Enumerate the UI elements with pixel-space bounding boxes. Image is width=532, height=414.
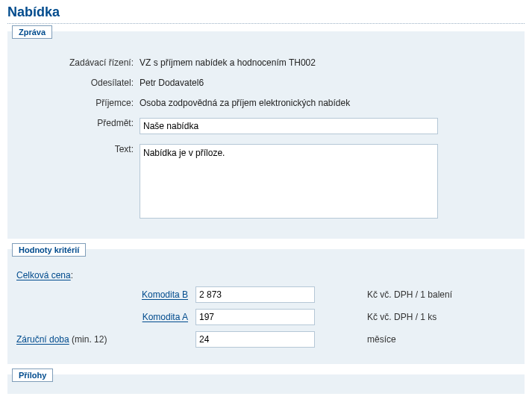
criteria-tab: Hodnoty kritérií [12,243,86,257]
text-label: Text: [16,142,140,154]
zarucni-unit: měsíce [315,334,396,345]
message-section: Zpráva Zadávací řízení: VZ s příjmem nab… [7,31,525,239]
komodita-b-link[interactable]: Komodita B [142,289,188,300]
zadavaci-label: Zadávací řízení: [16,55,140,68]
message-tab: Zpráva [12,25,52,39]
zarucni-hint: (min. 12) [69,334,107,345]
attachments-tab: Přílohy [12,368,53,382]
colon: : [71,270,73,280]
komodita-b-input[interactable] [195,286,315,303]
komodita-a-link[interactable]: Komodita A [143,312,188,322]
predmet-label: Předmět: [16,116,140,128]
divider [7,23,525,24]
komodita-a-unit: Kč vč. DPH / 1 ks [315,312,436,322]
celkova-cena-link[interactable]: Celková cena [16,270,71,280]
komodita-a-input[interactable] [195,309,315,325]
odesilatel-value: Petr Dodavatel6 [140,75,516,88]
odesilatel-label: Odesílatel: [16,75,140,88]
criteria-section: Hodnoty kritérií Celková cena: Komodita … [7,249,525,364]
zarucni-link[interactable]: Záruční doba [16,334,69,345]
attachments-section: Přílohy [7,374,525,394]
text-textarea[interactable] [140,144,438,219]
prijemce-label: Příjemce: [16,95,140,108]
komodita-b-unit: Kč vč. DPH / 1 balení [315,289,452,300]
predmet-input[interactable] [140,118,438,134]
zarucni-input[interactable] [195,331,315,348]
page-title: Nabídka [7,4,525,20]
zadavaci-value: VZ s příjmem nabídek a hodnocením TH002 [140,55,516,68]
prijemce-value: Osoba zodpovědná za příjem elektronickýc… [140,95,516,108]
